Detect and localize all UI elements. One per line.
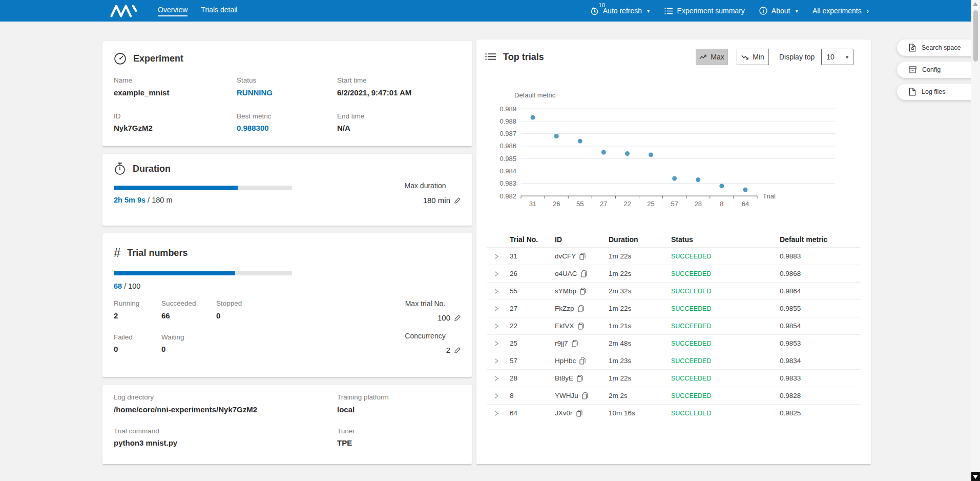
table-row[interactable]: 8YWHJu2m 2sSUCCEEDED0.9828 xyxy=(487,387,861,404)
y-tick-label: 0.985 xyxy=(499,155,516,163)
chevron-right-icon: › xyxy=(867,7,869,15)
trial-id-text: YWHJu xyxy=(555,392,578,399)
table-row[interactable]: 25r9jj72m 48sSUCCEEDED0.9853 xyxy=(487,334,861,352)
expand-row-chevron-icon[interactable] xyxy=(487,271,506,277)
edit-pencil-icon[interactable] xyxy=(454,314,461,322)
trial-id-text: Bt8yE xyxy=(555,374,573,382)
tab-trials-detail[interactable]: Trials detail xyxy=(201,6,237,16)
trial-no-cell: 27 xyxy=(506,305,551,312)
auto-refresh-menu[interactable]: 10 Auto refresh ▾ xyxy=(590,7,650,15)
expand-row-chevron-icon[interactable] xyxy=(487,393,506,399)
scatter-chart-svg: Default metric0.9890.9880.9870.9860.9850… xyxy=(476,88,871,216)
expand-row-chevron-icon[interactable] xyxy=(487,375,506,382)
expand-row-chevron-icon[interactable] xyxy=(487,340,506,347)
duration-progress-text: 2h 5m 9s / 180 m xyxy=(114,196,172,204)
field-status: Status RUNNING xyxy=(237,77,337,96)
trial-no-cell: 26 xyxy=(506,270,551,277)
table-row[interactable]: 31dvCFY1m 22sSUCCEEDED0.9883 xyxy=(487,247,861,265)
copy-id-icon[interactable] xyxy=(577,375,583,382)
expand-row-chevron-icon[interactable] xyxy=(487,288,506,294)
min-button[interactable]: Min xyxy=(737,49,769,65)
scatter-point[interactable] xyxy=(649,152,653,157)
trial-id-text: sYMbp xyxy=(555,287,576,295)
all-experiments-link[interactable]: All experiments › xyxy=(812,7,869,15)
scrollbar-up-arrow-icon[interactable] xyxy=(973,2,978,6)
x-tick-label: 64 xyxy=(742,200,749,208)
scatter-point[interactable] xyxy=(578,139,582,144)
field-label: End time xyxy=(337,113,411,120)
about-menu[interactable]: About ▾ xyxy=(759,7,798,15)
scatter-point[interactable] xyxy=(672,176,677,181)
scatter-point[interactable] xyxy=(554,134,559,138)
config-button[interactable]: Config xyxy=(897,62,980,78)
nav-tabs: Overview Trials detail xyxy=(158,6,237,16)
vertical-scrollbar[interactable] xyxy=(971,0,980,481)
max-button[interactable]: Max xyxy=(696,49,728,65)
stopwatch-icon xyxy=(114,162,126,175)
stat-label: Stopped xyxy=(216,300,308,307)
scrollbar-thumb[interactable] xyxy=(973,10,978,62)
status-cell: SUCCEEDED xyxy=(668,305,776,312)
duration-panel-title: Duration xyxy=(114,162,171,175)
scatter-point[interactable] xyxy=(601,150,606,155)
tab-overview[interactable]: Overview xyxy=(158,6,187,16)
header-id: ID xyxy=(551,235,608,244)
search-space-button[interactable]: Search space xyxy=(897,39,980,56)
top-trials-panel-title: Top trials xyxy=(485,52,544,63)
copy-id-icon[interactable] xyxy=(579,357,586,365)
metric-cell: 0.9828 xyxy=(776,392,861,399)
field-label: Name xyxy=(114,77,237,84)
scrollbar-down-arrow-icon[interactable] xyxy=(971,472,980,481)
copy-id-icon[interactable] xyxy=(572,340,578,347)
scatter-point[interactable] xyxy=(625,151,630,156)
scatter-point[interactable] xyxy=(696,177,700,182)
x-tick-label: 26 xyxy=(553,200,560,208)
x-tick-label: 55 xyxy=(576,200,583,208)
auto-refresh-clock-icon: 10 xyxy=(590,7,599,15)
x-tick-label: 57 xyxy=(671,200,678,208)
expand-row-chevron-icon[interactable] xyxy=(487,410,506,416)
trial-no-cell: 57 xyxy=(506,357,551,365)
table-row[interactable]: 22EkfVX1m 21sSUCCEEDED0.9854 xyxy=(487,317,861,334)
duration-cell: 2m 32s xyxy=(608,287,668,295)
table-row[interactable]: 27FkZzp1m 22sSUCCEEDED0.9855 xyxy=(487,299,861,317)
experiment-summary-button[interactable]: Experiment summary xyxy=(664,7,745,15)
scatter-point[interactable] xyxy=(531,115,535,120)
scatter-point[interactable] xyxy=(719,184,724,188)
copy-id-icon[interactable] xyxy=(576,410,582,417)
edit-pencil-icon[interactable] xyxy=(454,347,461,354)
table-row[interactable]: 57HpHbc1m 23sSUCCEEDED0.9834 xyxy=(487,352,861,369)
table-row[interactable]: 55sYMbp2m 32sSUCCEEDED0.9864 xyxy=(487,282,861,299)
copy-id-icon[interactable] xyxy=(578,305,584,312)
table-row[interactable]: 26o4UAC1m 22sSUCCEEDED0.9868 xyxy=(487,265,861,282)
expand-row-chevron-icon[interactable] xyxy=(487,306,506,312)
concurrency-field: Concurrency 2 xyxy=(389,332,461,354)
status-cell: SUCCEEDED xyxy=(668,288,776,295)
copy-id-icon[interactable] xyxy=(581,270,587,277)
display-top-dropdown[interactable]: 10 ▾ xyxy=(821,49,853,65)
expand-row-chevron-icon[interactable] xyxy=(487,323,506,329)
edit-pencil-icon[interactable] xyxy=(454,197,461,204)
log-files-button[interactable]: Log files xyxy=(897,84,980,100)
nni-logo[interactable] xyxy=(109,3,138,18)
copy-id-icon[interactable] xyxy=(579,253,586,260)
table-row[interactable]: 64JXv0r10m 16sSUCCEEDED0.9825 xyxy=(487,404,861,422)
table-row[interactable]: 28Bt8yE1m 22sSUCCEEDED0.9833 xyxy=(487,369,861,387)
copy-id-icon[interactable] xyxy=(578,323,584,330)
stat-value: 66 xyxy=(161,312,216,319)
field-value: local xyxy=(337,406,452,413)
stat-value: 0 xyxy=(114,345,161,353)
trial-id-cell: r9jj7 xyxy=(551,339,608,347)
copy-id-icon[interactable] xyxy=(580,288,586,295)
duration-cell: 1m 21s xyxy=(608,322,668,330)
expand-row-chevron-icon[interactable] xyxy=(487,358,506,364)
trial-no-cell: 8 xyxy=(506,392,551,399)
expand-row-chevron-icon[interactable] xyxy=(487,253,506,259)
config-label: Config xyxy=(922,66,941,73)
config-fields: Log directory /home/core/nni-experiments… xyxy=(114,394,452,447)
header-status: Status xyxy=(668,235,776,244)
scatter-point[interactable] xyxy=(743,187,747,192)
stat-label: Failed xyxy=(114,334,161,341)
top-trials-controls: Max Min Display top 10 ▾ xyxy=(696,49,853,65)
copy-id-icon[interactable] xyxy=(582,392,588,399)
